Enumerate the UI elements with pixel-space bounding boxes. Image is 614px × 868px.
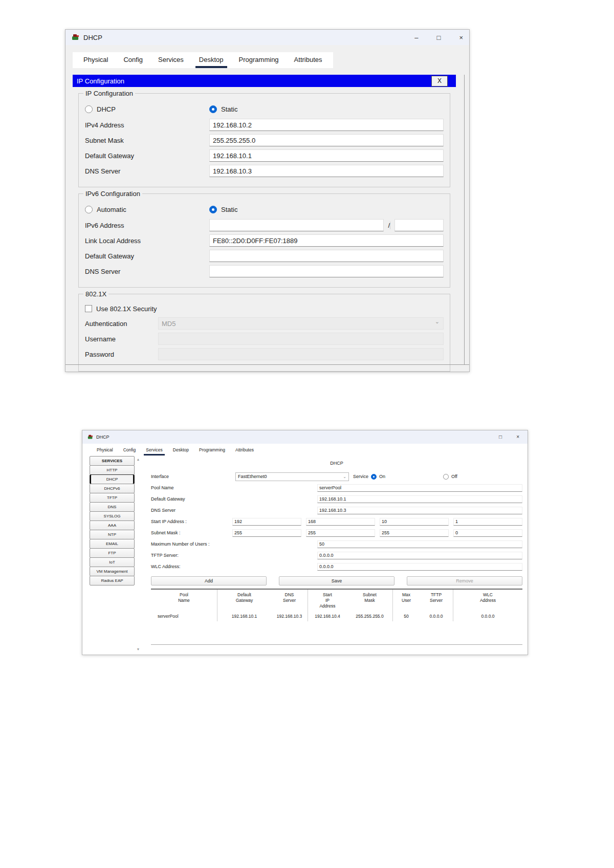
interface-label: Interface xyxy=(151,474,235,479)
sidebar-item-email[interactable]: EMAIL xyxy=(90,539,135,549)
subnet-octet-3[interactable] xyxy=(380,529,449,537)
sidebar-item-iot[interactable]: IoT xyxy=(90,557,135,567)
tab-programming[interactable]: Programming xyxy=(194,445,230,455)
group-legend: IP Configuration xyxy=(83,90,135,97)
sidebar-item-aaa[interactable]: AAA xyxy=(90,520,135,530)
close-icon[interactable]: × xyxy=(459,34,463,41)
sidebar-item-ntp[interactable]: NTP xyxy=(90,530,135,539)
automatic-radio[interactable]: Automatic xyxy=(85,206,209,213)
remove-button[interactable]: Remove xyxy=(407,576,522,585)
subnet-octet-2[interactable] xyxy=(306,529,375,537)
ipv6-gateway-input[interactable] xyxy=(209,250,444,262)
window-title: DHCP xyxy=(83,34,102,41)
dhcp-radio[interactable]: DHCP xyxy=(85,105,209,113)
ipv6-dns-label: DNS Server xyxy=(85,268,209,275)
tab-physical[interactable]: Physical xyxy=(76,52,116,68)
tab-services[interactable]: Services xyxy=(141,445,168,455)
tab-physical[interactable]: Physical xyxy=(92,445,118,455)
authentication-label: Authentication xyxy=(85,320,158,328)
default-gateway-input[interactable] xyxy=(209,149,444,162)
sidebar-item-http[interactable]: HTTP xyxy=(90,465,135,475)
sidebar-item-dns[interactable]: DNS xyxy=(90,502,135,512)
minimize-icon[interactable]: – xyxy=(414,34,418,41)
sidebar-item-vm-management[interactable]: VM Management xyxy=(90,567,135,576)
subnet-octet-4[interactable] xyxy=(453,529,522,537)
ipv6-dns-row: DNS Server xyxy=(85,264,444,279)
authentication-row: Authentication ⌄ xyxy=(85,316,444,331)
service-on-radio[interactable] xyxy=(371,474,377,480)
cell-max-user: 50 xyxy=(393,611,420,621)
dot1x-security-row: Use 802.1X Security xyxy=(85,301,444,316)
pool-name-input[interactable] xyxy=(317,484,522,492)
dns-server-input[interactable] xyxy=(317,507,522,514)
ipv6-dns-input[interactable] xyxy=(209,265,444,277)
tab-desktop[interactable]: Desktop xyxy=(168,445,194,455)
window-controls: – □ × xyxy=(414,34,463,41)
default-gateway-row: Default Gateway xyxy=(151,493,522,505)
interface-dropdown[interactable]: FastEthernet0 ⌄ xyxy=(235,472,349,481)
username-input[interactable] xyxy=(158,333,444,345)
static-radio-ipv6[interactable]: Static xyxy=(209,206,238,213)
titlebar: DHCP – □ × xyxy=(65,30,469,45)
tab-attributes[interactable]: Attributes xyxy=(287,52,330,68)
horizontal-scrollbar[interactable] xyxy=(151,644,522,645)
subnet-octet-1[interactable] xyxy=(232,529,301,537)
service-off-radio[interactable] xyxy=(443,474,449,480)
tab-config[interactable]: Config xyxy=(116,52,150,68)
authentication-select[interactable]: ⌄ xyxy=(158,317,444,330)
group-legend: 802.1X xyxy=(83,290,108,298)
maximize-icon[interactable]: □ xyxy=(499,435,502,440)
start-ip-octet-3[interactable] xyxy=(380,518,449,526)
col-header-wlc-address: WLC Address xyxy=(453,590,522,611)
cell-dns-server: 192.168.10.3 xyxy=(271,611,308,621)
add-button[interactable]: Add xyxy=(151,576,267,585)
panel-title: DHCP xyxy=(151,461,522,466)
save-button[interactable]: Save xyxy=(279,576,394,585)
scroll-down-icon[interactable]: ▼ xyxy=(137,647,140,651)
sidebar-item-dhcpv6[interactable]: DHCPv6 xyxy=(90,484,135,493)
start-ip-octet-2[interactable] xyxy=(306,518,375,526)
tab-desktop[interactable]: Desktop xyxy=(191,52,231,68)
tab-programming[interactable]: Programming xyxy=(231,52,287,68)
default-gateway-input[interactable] xyxy=(317,495,522,503)
ipv6-address-input[interactable] xyxy=(209,219,384,231)
col-header-pool-name: Pool Name xyxy=(151,590,217,611)
ipv6-gateway-label: Default Gateway xyxy=(85,252,209,260)
dns-server-row: DNS Server xyxy=(151,505,522,516)
link-local-input[interactable] xyxy=(209,234,444,247)
tftp-server-label: TFTP Server: xyxy=(151,553,317,558)
tab-bar: Physical Config Services Desktop Program… xyxy=(90,445,261,455)
wlc-address-input[interactable] xyxy=(317,563,522,571)
max-users-input[interactable] xyxy=(317,540,522,548)
maximize-icon[interactable]: □ xyxy=(437,34,441,41)
banner-close-button[interactable]: X xyxy=(431,76,448,86)
sidebar-item-radius-eap[interactable]: Radius EAP xyxy=(90,576,135,585)
table-row[interactable]: serverPool 192.168.10.1 192.168.10.3 192… xyxy=(151,611,522,621)
start-ip-octet-1[interactable] xyxy=(232,518,301,526)
ipv4-address-input[interactable] xyxy=(209,119,444,131)
subnet-mask-row: Subnet Mask : xyxy=(151,527,522,538)
password-input[interactable] xyxy=(158,348,444,360)
cell-default-gateway: 192.168.10.1 xyxy=(217,611,271,621)
tab-config[interactable]: Config xyxy=(118,445,141,455)
dns-server-input[interactable] xyxy=(209,165,444,177)
sidebar-item-tftp[interactable]: TFTP xyxy=(90,493,135,503)
sidebar-item-dhcp[interactable]: DHCP xyxy=(90,474,135,484)
tftp-server-input[interactable] xyxy=(317,552,522,559)
col-header-dns-server: DNS Server xyxy=(271,590,308,611)
services-sidebar: SERVICES HTTP DHCP DHCPv6 TFTP DNS SYSLO… xyxy=(90,457,142,652)
tab-services[interactable]: Services xyxy=(150,52,191,68)
sidebar-item-syslog[interactable]: SYSLOG xyxy=(90,511,135,521)
sidebar-item-ftp[interactable]: FTP xyxy=(90,548,135,558)
ipv6-configuration-group: IPv6 Configuration Automatic Static IPv6… xyxy=(78,193,450,288)
start-ip-octet-4[interactable] xyxy=(453,518,522,526)
tab-attributes[interactable]: Attributes xyxy=(230,445,259,455)
subnet-mask-input[interactable] xyxy=(209,134,444,146)
use-dot1x-checkbox[interactable]: Use 802.1X Security xyxy=(85,305,157,313)
ipv6-prefix-input[interactable] xyxy=(394,219,444,231)
close-icon[interactable]: × xyxy=(516,435,519,440)
static-radio[interactable]: Static xyxy=(209,105,238,113)
pool-buttons: Add Save Remove xyxy=(151,576,522,585)
scroll-up-icon[interactable]: ▲ xyxy=(137,458,140,461)
horizontal-scrollbar[interactable] xyxy=(65,364,469,365)
